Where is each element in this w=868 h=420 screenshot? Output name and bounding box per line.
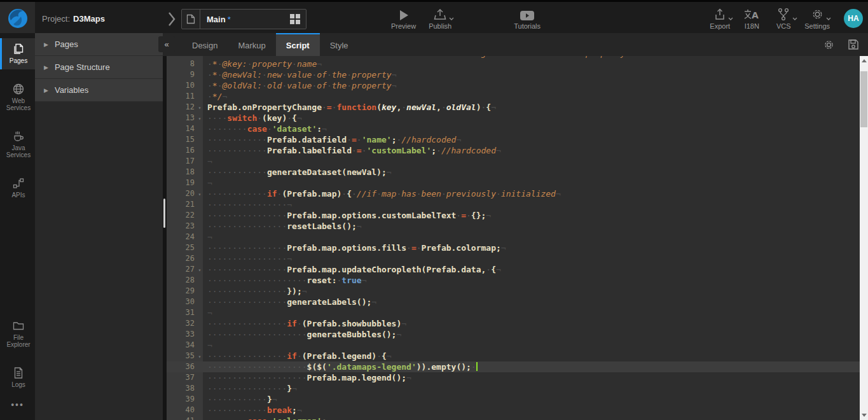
rail-item-apis[interactable]: APIs bbox=[0, 172, 35, 204]
tab-design[interactable]: Design bbox=[182, 33, 228, 56]
preview-button[interactable]: Preview bbox=[391, 7, 416, 30]
script-settings-gear-icon[interactable] bbox=[823, 39, 835, 51]
accordion-variables[interactable]: ▶ Variables bbox=[35, 79, 163, 102]
code-text: ········case·'dataset':¬ bbox=[207, 124, 327, 134]
code-line-30[interactable]: 30················generateLabels();¬ bbox=[167, 297, 860, 307]
code-text: ············break;¬ bbox=[207, 405, 302, 415]
line-number: 36 bbox=[167, 361, 195, 372]
vcs-button[interactable]: VCS bbox=[773, 7, 794, 30]
fold-toggle-icon[interactable]: ▾ bbox=[195, 265, 204, 276]
code-line-24[interactable]: 24¬ bbox=[167, 232, 860, 242]
rail-label: Logs bbox=[3, 381, 34, 388]
code-line-25[interactable]: 25················Prefab.map.options.fil… bbox=[167, 242, 860, 253]
code-line-39[interactable]: 39············}¬ bbox=[167, 394, 860, 405]
folder-icon bbox=[12, 319, 25, 332]
scrollbar-thumb[interactable] bbox=[860, 71, 867, 127]
code-text: ····················$($('.datamaps-legen… bbox=[207, 362, 478, 372]
code-line-32[interactable]: 32················if·(Prefab.showbubbles… bbox=[167, 318, 860, 329]
editor-mode-tabs: Design Markup Script Style bbox=[182, 33, 359, 56]
user-avatar[interactable]: HA bbox=[844, 9, 863, 28]
line-number: 31 bbox=[167, 307, 195, 318]
preview-label: Preview bbox=[391, 22, 416, 30]
code-line-37[interactable]: 37····················Prefab.map.legend(… bbox=[167, 372, 860, 383]
scroll-down-button[interactable] bbox=[860, 410, 868, 420]
code-text: ········case·'colormap':¬ bbox=[207, 416, 332, 420]
code-line-29[interactable]: 29················});¬ bbox=[167, 286, 860, 297]
panel-collapse-button[interactable]: « bbox=[158, 36, 175, 52]
wavemaker-logo-icon bbox=[7, 8, 29, 29]
rail-item-pages[interactable]: Pages bbox=[0, 38, 35, 69]
page-tab-main[interactable]: Main * bbox=[181, 9, 307, 29]
code-line-10[interactable]: 10·*·@oldVal:·old·value·of·the·property¬ bbox=[167, 80, 860, 91]
code-line-41[interactable]: 41········case·'colormap':¬ bbox=[167, 416, 860, 420]
fold-toggle-icon[interactable]: ▾ bbox=[195, 189, 204, 200]
code-line-13[interactable]: 13▾····switch·(key)·{¬ bbox=[167, 113, 860, 123]
fold-toggle-icon[interactable]: ▾ bbox=[195, 351, 204, 362]
code-line-26[interactable]: 26················¬ bbox=[167, 253, 860, 264]
code-line-17[interactable]: 17¬ bbox=[167, 156, 860, 167]
code-line-23[interactable]: 23················resetLabels();¬ bbox=[167, 221, 860, 232]
tab-script[interactable]: Script bbox=[276, 33, 320, 56]
code-line-33[interactable]: 33····················generateBubbles();… bbox=[167, 329, 860, 340]
rail-item-web-services[interactable]: Web Services bbox=[0, 78, 35, 116]
code-line-38[interactable]: 38················}¬ bbox=[167, 383, 860, 394]
code-line-21[interactable]: 21················¬ bbox=[167, 199, 860, 210]
code-text: ················¬ bbox=[207, 254, 292, 263]
code-line-18[interactable]: 18············generateDataset(newVal);¬ bbox=[167, 167, 860, 178]
code-line-34[interactable]: 34¬ bbox=[167, 340, 860, 351]
rail-item-java-services[interactable]: Java Services bbox=[0, 125, 35, 164]
code-text: ¬ bbox=[207, 308, 212, 318]
code-line-22[interactable]: 22················Prefab.map.options.cus… bbox=[167, 210, 860, 221]
code-line-12[interactable]: 12▾Prefab.onPropertyChange·=·function(ke… bbox=[167, 102, 860, 113]
code-line-8[interactable]: 8·*·@key:·property·name¬ bbox=[167, 59, 860, 69]
code-line-16[interactable]: 16············Prefab.labelfield·=·'custo… bbox=[167, 145, 860, 156]
rail-item-logs[interactable]: Logs bbox=[0, 362, 35, 393]
code-text: ············Prefab.datafield·=·'name';·/… bbox=[207, 135, 461, 144]
settings-button[interactable]: Settings bbox=[804, 7, 830, 30]
globe-icon bbox=[12, 83, 25, 95]
editor-vertical-scrollbar[interactable] bbox=[860, 56, 868, 420]
i18n-button[interactable]: A I18N bbox=[741, 7, 762, 30]
code-line-9[interactable]: 9·*·@newVal:·new·value·of·the·property¬ bbox=[167, 69, 860, 80]
code-text: ············generateDataset(newVal);¬ bbox=[207, 167, 392, 177]
code-line-19[interactable]: 19¬ bbox=[167, 178, 860, 188]
line-number: 41 bbox=[167, 416, 195, 420]
rail-more-button[interactable]: ••• bbox=[0, 393, 35, 416]
code-text: ················Prefab.map.updateChoropl… bbox=[207, 265, 501, 274]
script-editor[interactable]: 7·*·This·method·will·be·invoked·whenever… bbox=[167, 56, 868, 420]
code-line-35[interactable]: 35▾················if·(Prefab.legend)·{¬ bbox=[167, 351, 860, 361]
tab-style[interactable]: Style bbox=[320, 33, 359, 56]
code-line-28[interactable]: 28····················reset:·true¬ bbox=[167, 275, 860, 286]
code-line-15[interactable]: 15············Prefab.datafield·=·'name';… bbox=[167, 134, 860, 145]
line-number: 19 bbox=[167, 178, 195, 188]
line-number: 28 bbox=[167, 275, 195, 286]
code-line-20[interactable]: 20▾············if·(Prefab.map)·{·//if·ma… bbox=[167, 188, 860, 199]
export-button[interactable]: Export bbox=[709, 7, 731, 30]
accordion-page-structure[interactable]: ▶ Page Structure bbox=[35, 56, 163, 79]
svg-text:A: A bbox=[752, 10, 759, 20]
fold-toggle-icon[interactable]: ▾ bbox=[195, 102, 204, 113]
code-line-31[interactable]: 31¬ bbox=[167, 307, 860, 318]
tab-markup[interactable]: Markup bbox=[228, 33, 275, 56]
code-line-11[interactable]: 11·*/¬ bbox=[167, 91, 860, 102]
code-line-14[interactable]: 14········case·'dataset':¬ bbox=[167, 123, 860, 134]
rail-item-file-explorer[interactable]: File Explorer bbox=[0, 315, 35, 353]
fold-toggle-icon[interactable]: ▾ bbox=[195, 113, 204, 124]
page-layout-grid-icon[interactable] bbox=[290, 14, 300, 24]
accordion-pages[interactable]: ▶ Pages bbox=[35, 33, 163, 56]
scroll-up-button[interactable] bbox=[860, 56, 868, 66]
code-text: ·*·This·method·will·be·invoked·whenever·… bbox=[207, 56, 630, 58]
pages-icon bbox=[12, 43, 25, 55]
code-line-36[interactable]: 36····················$($('.datamaps-leg… bbox=[167, 361, 860, 372]
publish-button[interactable]: Publish bbox=[429, 7, 451, 30]
panel-scrollbar-thumb[interactable] bbox=[163, 199, 165, 228]
line-number: 39 bbox=[167, 394, 195, 405]
app-logo[interactable] bbox=[0, 2, 35, 35]
chevron-down-icon bbox=[449, 17, 454, 20]
save-icon[interactable] bbox=[848, 39, 859, 50]
play-icon bbox=[399, 7, 409, 21]
code-line-27[interactable]: 27▾················Prefab.map.updateChor… bbox=[167, 264, 860, 275]
tutorials-button[interactable]: Tutorials bbox=[514, 7, 541, 30]
code-line-40[interactable]: 40············break;¬ bbox=[167, 405, 860, 416]
publish-icon bbox=[433, 7, 447, 21]
